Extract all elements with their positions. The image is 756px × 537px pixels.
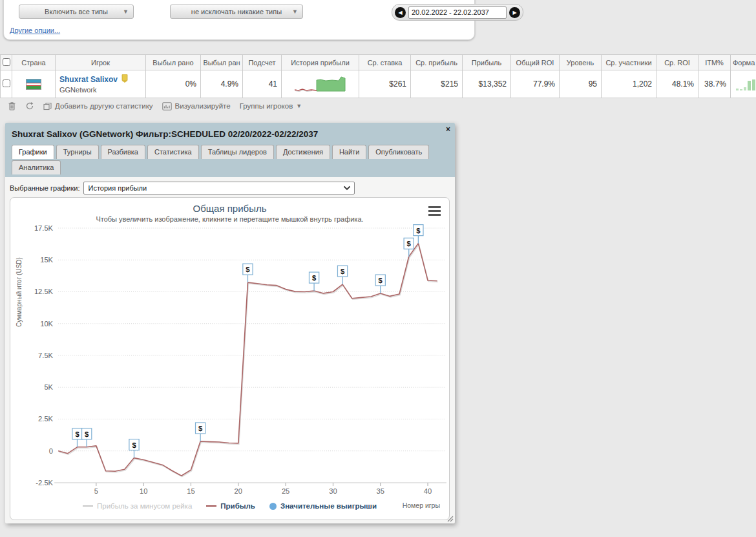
y-tick-label: -2.5K [36, 479, 53, 487]
column-header-country[interactable]: Страна [12, 55, 56, 70]
player-groups-label: Группы игроков [240, 102, 293, 110]
graph-select[interactable]: История прибыли [83, 182, 355, 195]
tab-find[interactable]: Найти [332, 145, 366, 159]
form-cell [731, 70, 756, 98]
y-axis-title: Суммарный итог (USD) [16, 257, 23, 327]
column-header-avg-roi[interactable]: Ср. ROI [656, 55, 698, 70]
column-header-avg-stake[interactable]: Ср. ставка [359, 55, 411, 70]
selected-graphs-label: Выбранные графики: [10, 184, 79, 192]
popup-header: Shuxrat Salixov (GGNetwork) Фильтр:SCHED… [5, 123, 455, 177]
legend-item-significant-wins[interactable]: Значительные выигрыши [269, 502, 377, 510]
row-checkbox[interactable] [3, 79, 10, 87]
dollar-icon: $ [341, 268, 344, 275]
legend-item-profit-minus-rake[interactable]: Прибыль за минусом рейка [83, 502, 192, 510]
dollar-icon: $ [407, 240, 411, 247]
x-tick-label: 10 [140, 487, 147, 495]
avg-entrants-value: 1,202 [602, 70, 656, 98]
refresh-icon [25, 101, 34, 111]
exclude-types-label: не исключать никакие типы [191, 8, 282, 16]
dollar-icon: $ [379, 277, 383, 284]
tab-statistics[interactable]: Статистика [147, 145, 199, 159]
level-value: 95 [560, 70, 602, 98]
date-prev-button[interactable]: ◀ [395, 7, 406, 18]
y-tick-label: 10K [40, 320, 53, 328]
visualize-button[interactable]: Визуализируйте [162, 102, 231, 111]
tab-breakdown[interactable]: Разбивка [101, 145, 145, 159]
column-header-itm[interactable]: ITM% [698, 55, 731, 70]
chevron-down-icon: ▼ [296, 103, 302, 109]
column-header-early-bust[interactable]: Выбыл рано [146, 55, 201, 70]
column-header-profit[interactable]: Прибыль [463, 55, 511, 70]
close-icon[interactable]: × [446, 125, 450, 133]
dollar-icon: $ [132, 441, 136, 449]
tab-tournaments[interactable]: Турниры [56, 145, 99, 159]
include-types-dropdown[interactable]: Включить все типы ▼ [19, 5, 134, 19]
profit-chart-panel[interactable]: Общая прибыль Чтобы увеличить изображени… [10, 197, 450, 520]
tab-graphs[interactable]: Графики [12, 145, 54, 159]
popup-title: Shuxrat Salixov (GGNetwork) Фильтр:SCHED… [12, 127, 448, 139]
add-statistic-button[interactable]: Добавить другую статистику [43, 102, 153, 111]
column-header-player[interactable]: Игрок [56, 55, 146, 70]
column-header-avg-profit[interactable]: Ср. прибыль [411, 55, 463, 70]
avg-stake-value: $261 [359, 70, 411, 98]
player-network: GGNetwork [59, 86, 142, 94]
date-range-input[interactable] [408, 6, 507, 19]
profit-history-sparkline[interactable] [286, 72, 355, 95]
total-roi-value: 77.9% [511, 70, 560, 98]
chart-legend: Прибыль за минусом рейка Прибыль Значите… [10, 499, 449, 513]
player-detail-popup: Shuxrat Salixov (GGNetwork) Фильтр:SCHED… [5, 123, 455, 523]
early-bust-value: 0% [146, 70, 201, 98]
sharkscope-page: Включить все типы ▼ не исключать никакие… [0, 0, 756, 537]
include-types-label: Включить все типы [45, 8, 108, 16]
dollar-icon: $ [312, 274, 316, 282]
refresh-button[interactable] [25, 101, 34, 111]
legend-label: Прибыль [220, 502, 255, 510]
form-sparkline [735, 72, 756, 95]
column-header-form[interactable]: Форма [731, 55, 756, 70]
player-groups-button[interactable]: Группы игроков ▼ [240, 102, 302, 110]
other-options-link[interactable]: Другие опции... [10, 26, 60, 34]
profit-history-cell[interactable] [282, 70, 359, 98]
itm-value: 38.7% [698, 70, 731, 98]
delete-button[interactable] [8, 101, 16, 111]
add-statistic-label: Добавить другую статистику [55, 102, 153, 110]
avg-profit-value: $215 [411, 70, 463, 98]
player-name-link[interactable]: Shuxrat Salixov [59, 75, 118, 84]
legend-label: Значительные выигрыши [280, 502, 377, 510]
tab-leaderboards[interactable]: Таблицы лидеров [201, 145, 274, 159]
column-header-total-roi[interactable]: Общий ROI [511, 55, 560, 70]
chart-menu-button[interactable] [428, 206, 441, 218]
exclude-types-dropdown[interactable]: не исключать никакие типы ▼ [170, 5, 303, 19]
x-tick-label: 30 [329, 487, 337, 495]
gold-badge-icon [121, 74, 128, 85]
dollar-icon: $ [85, 430, 89, 438]
column-header-early-bust-2[interactable]: Выбыл ран [201, 55, 243, 70]
column-header-count[interactable]: Подсчет [243, 55, 282, 70]
uzbekistan-flag-icon [26, 79, 41, 90]
y-tick-label: 15K [40, 256, 53, 264]
profit-value: $13,352 [463, 70, 511, 98]
tab-publish[interactable]: Опубликовать [368, 145, 429, 159]
graph-select-value: История прибыли [88, 184, 147, 192]
column-header-level[interactable]: Уровень [560, 55, 602, 70]
column-header-avg-entrants[interactable]: Ср. участники [602, 55, 656, 70]
legend-dash-icon [83, 505, 93, 507]
date-next-button[interactable]: ▶ [509, 7, 520, 18]
x-tick-label: 20 [235, 487, 242, 495]
avg-roi-value: 48.1% [656, 70, 698, 98]
x-tick-label: 25 [282, 487, 289, 495]
x-tick-label: 40 [424, 487, 432, 495]
legend-dot-icon [269, 503, 277, 510]
table-toolbar: Добавить другую статистику Визуализируйт… [0, 98, 756, 114]
y-tick-label: 2.5K [38, 416, 54, 423]
profit-chart-svg[interactable]: -2.5K02.5K5K7.5K10K12.5K15K17.5K51015202… [10, 224, 449, 499]
legend-label: Прибыль за минусом рейка [97, 502, 192, 510]
select-all-checkbox[interactable] [3, 58, 10, 66]
resize-handle-icon[interactable] [446, 514, 454, 522]
legend-item-profit[interactable]: Прибыль [206, 502, 255, 510]
tab-analytics[interactable]: Аналитика [12, 160, 61, 174]
column-header-profit-history[interactable]: История прибыли [282, 55, 359, 70]
results-table: Страна Игрок Выбыл рано Выбыл ран Подсче… [0, 54, 756, 98]
x-tick-label: 5 [94, 487, 98, 495]
tab-achievements[interactable]: Достижения [276, 145, 330, 159]
